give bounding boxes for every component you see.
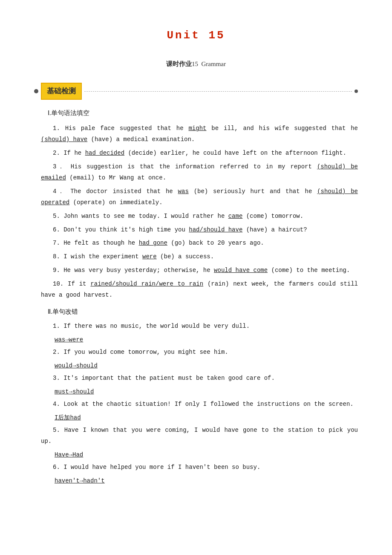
list-item: 1. If there was no music, the world woul… (41, 321, 358, 332)
correction-text: was→were (55, 335, 358, 345)
list-item: 7. He felt as though he had gone (go) ba… (41, 238, 358, 249)
list-item: 5. Have I known that you were coming, I … (41, 425, 358, 447)
correction-text: would→should (55, 361, 358, 371)
correction-text: I后加had (55, 413, 358, 423)
list-item: 3． His suggestion is that the informatio… (41, 162, 358, 184)
list-item: 9. He was very busy yesterday; otherwise… (41, 265, 358, 276)
section-dot-icon (355, 90, 358, 93)
section-ii-content: 1. If there was no music, the world woul… (41, 321, 358, 486)
list-item: 6. Don't you think it's high time you ha… (41, 225, 358, 236)
section-bullet-icon (34, 89, 38, 93)
subtitle: 课时作业15 Grammar (34, 58, 358, 70)
list-item: 5. John wants to see me today. I would r… (41, 211, 358, 222)
section-ii-header: Ⅱ.单句改错 (41, 306, 358, 318)
correction-text: must→should (55, 387, 358, 397)
list-item: 3. It's important that the patient must … (41, 373, 358, 384)
list-item: 6. I would have helped you more if I hav… (41, 462, 358, 473)
list-item: 2. If he had decided (decide) earlier, h… (41, 148, 358, 159)
list-item: 10. If it rained/should rain/were to rai… (41, 279, 358, 301)
section-i-title: Ⅰ.单句语法填空 (48, 107, 358, 119)
list-item: 4. Look at the chaotic situation! If onl… (41, 399, 358, 410)
correction-text: haven't→hadn't (55, 476, 358, 486)
section-badge: 基础检测 (41, 83, 82, 100)
section-i-header: Ⅰ.单句语法填空 (41, 107, 358, 119)
section-header: 基础检测 (34, 83, 358, 100)
section-ii-title: Ⅱ.单句改错 (48, 306, 358, 318)
section-divider-line (84, 91, 352, 92)
list-item: 2. If you would come tomorrow, you might… (41, 347, 358, 358)
list-item: 4． The doctor insisted that he was (be) … (41, 186, 358, 208)
list-item: 1. His pale face suggested that he might… (41, 123, 358, 145)
correction-text: Have→Had (55, 450, 358, 460)
section-i-content: 1. His pale face suggested that he might… (41, 123, 358, 301)
list-item: 8. I wish the experiment were (be) a suc… (41, 251, 358, 263)
page-title: Unit 15 (34, 26, 358, 46)
